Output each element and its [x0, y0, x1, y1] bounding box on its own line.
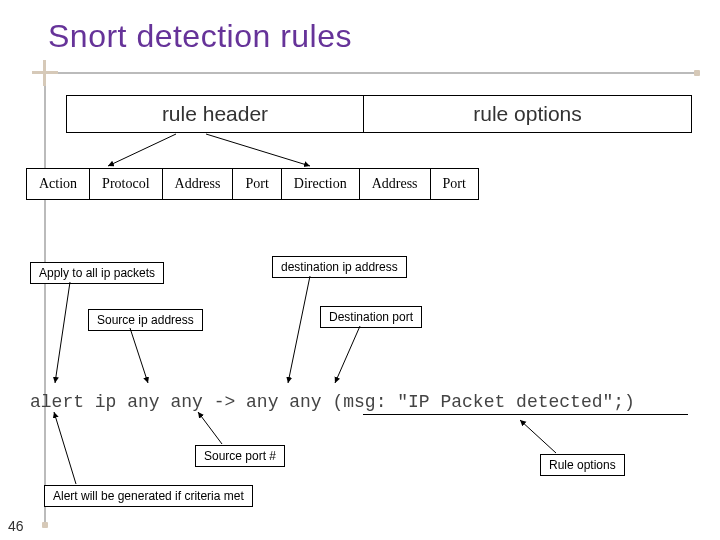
- page-title: Snort detection rules: [48, 18, 352, 55]
- label-alert: Alert will be generated if criteria met: [44, 485, 253, 507]
- rule-header-fields: ActionProtocolAddressPortDirectionAddres…: [26, 168, 479, 200]
- field-cell: Port: [430, 168, 479, 200]
- svg-line-4: [288, 276, 310, 383]
- label-src-port: Source port #: [195, 445, 285, 467]
- corner-decoration: [32, 60, 58, 86]
- divider-vertical: [44, 86, 46, 526]
- svg-line-0: [108, 134, 176, 166]
- field-cell: Address: [162, 168, 233, 200]
- label-rule-opts: Rule options: [540, 454, 625, 476]
- field-cell: Direction: [281, 168, 359, 200]
- divider-horizontal: [58, 72, 698, 74]
- rule-split-header: rule header rule options: [66, 95, 692, 133]
- label-dest-port: Destination port: [320, 306, 422, 328]
- field-cell: Address: [359, 168, 430, 200]
- rule-options-underline: [363, 414, 688, 415]
- snort-rule-code: alert ip any any -> any any (msg: "IP Pa…: [30, 392, 635, 412]
- field-cell: Action: [26, 168, 89, 200]
- label-src-ip: Source ip address: [88, 309, 203, 331]
- rule-options-label: rule options: [364, 95, 692, 133]
- label-dest-ip: destination ip address: [272, 256, 407, 278]
- svg-line-7: [54, 412, 76, 484]
- slide-number: 46: [8, 518, 24, 534]
- svg-line-1: [206, 134, 310, 166]
- svg-line-8: [520, 420, 556, 453]
- svg-line-3: [130, 328, 148, 383]
- deco-dot: [42, 522, 48, 528]
- rule-header-label: rule header: [66, 95, 364, 133]
- svg-line-5: [335, 326, 360, 383]
- deco-dot: [694, 70, 700, 76]
- field-cell: Protocol: [89, 168, 161, 200]
- field-cell: Port: [232, 168, 280, 200]
- svg-line-2: [55, 282, 70, 383]
- svg-line-6: [198, 412, 222, 444]
- label-apply: Apply to all ip packets: [30, 262, 164, 284]
